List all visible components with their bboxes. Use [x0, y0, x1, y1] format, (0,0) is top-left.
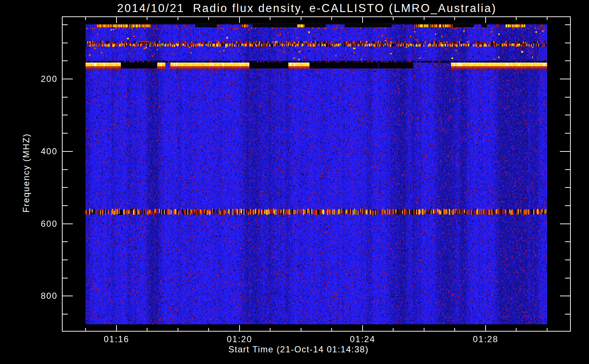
x-tick-label: 01:24: [341, 334, 384, 344]
x-tick-label: 01:20: [218, 334, 261, 344]
y-tick-label: 400: [32, 146, 58, 157]
spectrogram-page: 2014/10/21 Radio flux density, e-CALLIST…: [0, 0, 589, 364]
y-tick-label: 600: [32, 219, 58, 229]
y-tick-label: 800: [32, 291, 58, 301]
x-tick-label: 01:28: [464, 334, 507, 344]
y-tick-label: 200: [32, 74, 58, 84]
x-tick-label: 01:16: [95, 334, 138, 344]
axes-frame-canvas: [0, 0, 589, 364]
